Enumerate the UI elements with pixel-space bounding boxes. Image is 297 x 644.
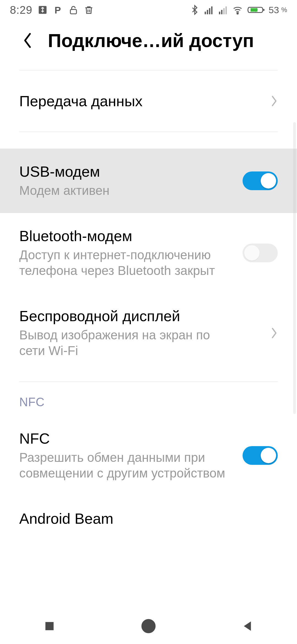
trash-icon <box>84 5 94 15</box>
row-main: Беспроводной дисплей Вывод изображения н… <box>19 307 234 359</box>
row-cta <box>239 171 278 190</box>
row-usb-tethering[interactable]: USB-модем Модем активен <box>0 149 297 213</box>
row-cta <box>239 446 278 465</box>
row-subtitle: Разрешить обмен данными при совмещении с… <box>19 450 228 481</box>
svg-rect-2 <box>70 9 76 14</box>
toggle-knob <box>244 245 260 261</box>
row-title: NFC <box>19 430 234 447</box>
back-button[interactable] <box>19 32 36 49</box>
page-title: Подключе…ий доступ <box>48 30 254 51</box>
scroll-indicator <box>293 122 296 414</box>
svg-text:P: P <box>54 5 61 15</box>
row-android-beam[interactable]: Android Beam <box>0 496 297 527</box>
toggle-nfc[interactable] <box>243 446 278 465</box>
usb-icon <box>37 5 48 15</box>
row-main: NFC Разрешить обмен данными при совмещен… <box>19 430 234 481</box>
battery-icon <box>247 5 265 15</box>
row-title: Android Beam <box>19 510 278 527</box>
wifi-icon <box>232 5 243 15</box>
spacer <box>0 132 297 149</box>
svg-rect-6 <box>211 6 213 14</box>
section-header-nfc: NFC <box>0 382 297 416</box>
row-subtitle: Вывод изображения на экран по сети Wi-Fi <box>19 327 228 359</box>
battery-unit: % <box>281 6 287 14</box>
row-nfc[interactable]: NFC Разрешить обмен данными при совмещен… <box>0 416 297 496</box>
signal2-icon <box>218 5 229 15</box>
svg-rect-7 <box>219 12 220 14</box>
svg-rect-14 <box>46 622 53 630</box>
status-left: 8:29 P <box>10 4 94 16</box>
svg-point-11 <box>237 13 238 14</box>
row-main: USB-модем Модем активен <box>19 163 234 199</box>
row-main: Android Beam <box>19 510 278 527</box>
chevron-right-icon <box>239 327 278 339</box>
navigation-bar <box>0 608 297 644</box>
nav-home-button[interactable] <box>121 615 176 637</box>
toggle-bluetooth-tethering[interactable] <box>243 244 278 262</box>
row-subtitle: Модем активен <box>19 183 228 199</box>
battery-percent: 53 <box>269 5 279 15</box>
svg-rect-10 <box>226 6 227 14</box>
svg-rect-8 <box>221 10 222 14</box>
header: Подключе…ий доступ <box>0 20 297 70</box>
row-cta <box>239 244 278 262</box>
row-title: Bluetooth-модем <box>19 227 234 244</box>
svg-rect-3 <box>205 12 206 14</box>
row-wireless-display[interactable]: Беспроводной дисплей Вывод изображения н… <box>0 293 297 373</box>
chevron-right-icon <box>239 95 278 107</box>
row-title: USB-модем <box>19 163 234 180</box>
toggle-usb-tethering[interactable] <box>243 171 278 190</box>
nav-recent-button[interactable] <box>22 615 77 637</box>
toggle-knob <box>261 448 276 463</box>
nav-back-button[interactable] <box>220 615 275 637</box>
svg-point-16 <box>145 622 152 630</box>
status-clock: 8:29 <box>10 4 32 16</box>
status-bar: 8:29 P <box>0 0 297 20</box>
row-subtitle: Доступ к интернет-подключению телефона ч… <box>19 247 228 279</box>
content: Передача данных USB-модем Модем активен … <box>0 70 297 608</box>
unlock-icon <box>68 5 79 15</box>
svg-rect-12 <box>263 9 265 11</box>
status-right: 53 % <box>189 5 287 15</box>
row-title: Передача данных <box>19 92 234 110</box>
row-title: Беспроводной дисплей <box>19 307 234 324</box>
svg-rect-5 <box>209 8 210 14</box>
toggle-knob <box>261 173 276 189</box>
screen: 8:29 P <box>0 0 297 644</box>
svg-rect-9 <box>223 8 225 14</box>
row-bluetooth-tethering[interactable]: Bluetooth-модем Доступ к интернет-подклю… <box>0 213 297 293</box>
signal1-icon <box>204 5 214 15</box>
parking-icon: P <box>53 5 63 15</box>
bluetooth-icon <box>189 5 200 15</box>
row-main: Bluetooth-модем Доступ к интернет-подклю… <box>19 227 234 279</box>
row-data-usage[interactable]: Передача данных <box>0 70 297 132</box>
svg-rect-4 <box>207 10 208 14</box>
row-main: Передача данных <box>19 92 234 110</box>
